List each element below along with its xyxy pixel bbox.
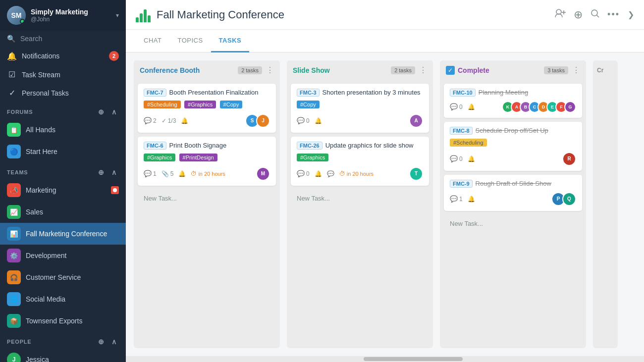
collapse-sidebar-icon[interactable]: ❯: [628, 10, 634, 19]
sidebar-header[interactable]: SM Simply Marketing @John ▾: [0, 0, 126, 31]
search-item[interactable]: 🔍 Search: [0, 31, 126, 47]
tag-graphics3[interactable]: #Graphics: [297, 154, 328, 161]
comment-count-fmc6: 💬 1: [144, 170, 157, 177]
task-card-fmc8: FMC-8 Schedule Drop off/Set Up #Scheduli…: [444, 122, 582, 171]
collapse-forums-button[interactable]: ∧: [109, 107, 119, 117]
townsend-icon: 📦: [7, 314, 21, 328]
sidebar-item-townsend[interactable]: 📦 Townsend Exports: [0, 310, 126, 332]
add-person-button[interactable]: ⊕: [96, 337, 106, 347]
bell-icon3: 🔔: [315, 117, 322, 124]
task-card-fmc26: FMC-26 Update graphics for slide show #G…: [291, 137, 429, 186]
chat-fmc26: 💬: [327, 170, 334, 177]
tag-graphics[interactable]: #Graphics: [184, 101, 216, 108]
col-menu-slide-show[interactable]: ⋮: [419, 65, 427, 75]
task-tags-fmc26: #Graphics: [297, 153, 423, 163]
bell-icon6: 🔔: [468, 155, 475, 162]
more-options-icon[interactable]: •••: [607, 9, 620, 20]
jessica-label: Jessica: [26, 356, 119, 362]
task-stream-item[interactable]: ☑ Task Stream: [0, 65, 126, 84]
col-title-complete: Complete: [458, 66, 544, 74]
add-icon[interactable]: ⊕: [574, 8, 583, 21]
all-hands-label: All Hands: [26, 126, 119, 134]
social-media-icon: 🌐: [7, 292, 21, 306]
notifications-item[interactable]: 🔔 Notifications 2: [0, 47, 126, 65]
bell-fmc3: 🔔: [315, 117, 322, 124]
comment-icon6: 💬: [450, 155, 458, 162]
col-menu-conference-booth[interactable]: ⋮: [266, 65, 274, 75]
add-team-button[interactable]: ⊕: [96, 167, 106, 177]
sidebar: SM Simply Marketing @John ▾ 🔍 Search 🔔 N…: [0, 0, 126, 362]
townsend-label: Townsend Exports: [26, 317, 119, 325]
tag-graphics2[interactable]: #Graphics: [144, 154, 175, 161]
sidebar-item-social-media[interactable]: 🌐 Social Media: [0, 288, 126, 310]
all-hands-icon: 📋: [7, 123, 21, 137]
notifications-badge: 2: [109, 51, 119, 61]
new-task-complete[interactable]: New Task...: [444, 215, 582, 232]
horizontal-scrollbar[interactable]: [126, 356, 644, 362]
teams-section-header: TEAMS ⊕ ∧: [0, 162, 126, 179]
svg-line-2: [597, 15, 599, 18]
task-id-fmc6: FMC-6: [144, 142, 166, 150]
sidebar-item-fall-marketing[interactable]: 📊 Fall Marketing Conference: [0, 223, 126, 245]
task-stream-label: Task Stream: [22, 71, 119, 79]
bar2: [140, 13, 143, 22]
col-header-complete: ✓ Complete 3 tasks ⋮: [440, 60, 586, 80]
add-member-icon[interactable]: [555, 9, 566, 20]
tab-chat[interactable]: CHAT: [136, 30, 169, 52]
tag-copy[interactable]: #Copy: [220, 101, 243, 108]
fall-marketing-icon: 📊: [7, 227, 21, 241]
sidebar-item-development[interactable]: ⚙️ Development: [0, 245, 126, 266]
people-label: PEOPLE: [7, 339, 96, 345]
sidebar-item-sales[interactable]: 📈 Sales: [0, 201, 126, 223]
tag-copy2[interactable]: #Copy: [297, 101, 320, 108]
col-title-conference-booth: Conference Booth: [140, 66, 238, 74]
sidebar-item-customer-service[interactable]: 🎧 Customer Service: [0, 266, 126, 288]
col-count-conference-booth: 2 tasks: [238, 66, 262, 74]
development-icon: ⚙️: [7, 249, 21, 262]
personal-tasks-item[interactable]: ✓ Personal Tasks: [0, 84, 126, 102]
col-title-slide-show: Slide Show: [293, 66, 391, 74]
add-forum-button[interactable]: ⊕: [96, 107, 106, 117]
avatars-fmc7: S J: [248, 114, 270, 128]
bar1: [136, 17, 139, 22]
new-task-conference-booth[interactable]: New Task...: [138, 190, 276, 207]
col-menu-complete[interactable]: ⋮: [572, 65, 580, 75]
comment-icon5: 💬: [450, 103, 458, 110]
search-icon[interactable]: [590, 9, 599, 20]
tag-scheduling[interactable]: #Scheduling: [144, 101, 181, 108]
task-title-fmc6: Print Booth Signage: [169, 142, 227, 150]
avatars-fmc8: R: [565, 152, 576, 166]
clock-icon: ⏱: [191, 170, 197, 177]
avatars-fmc9: P Q: [554, 192, 576, 206]
col-header-slide-show: Slide Show 2 tasks ⋮: [287, 60, 433, 80]
forums-section-header: FORUMS ⊕ ∧: [0, 102, 126, 119]
sidebar-item-all-hands[interactable]: 📋 All Hands: [0, 119, 126, 141]
tag-scheduling2[interactable]: #Scheduling: [450, 139, 487, 147]
social-media-label: Social Media: [26, 295, 119, 303]
tab-tasks[interactable]: TASKS: [211, 30, 250, 52]
sidebar-item-marketing[interactable]: 📣 Marketing: [0, 179, 126, 201]
avatar-m: M: [256, 167, 270, 181]
bell-fmc10: 🔔: [468, 103, 475, 110]
tag-printdesign[interactable]: #PrintDesign: [179, 154, 217, 161]
avatar-j: J: [256, 114, 270, 128]
collapse-people-button[interactable]: ∧: [109, 337, 119, 347]
paperclip-icon: 📎: [161, 170, 169, 177]
collapse-teams-button[interactable]: ∧: [109, 167, 119, 177]
task-tags-fmc3: #Copy: [297, 100, 423, 110]
task-title-fmc10: Planning Meeting: [479, 89, 528, 97]
sidebar-item-start-here[interactable]: 🔵 Start Here: [0, 141, 126, 162]
comment-icon4: 💬: [297, 170, 305, 177]
sidebar-item-jessica[interactable]: J Jessica: [0, 349, 126, 362]
sales-icon: 📈: [7, 205, 21, 219]
username: @John: [31, 16, 116, 23]
tab-topics[interactable]: TOPICS: [169, 30, 211, 52]
column-slide-show: Slide Show 2 tasks ⋮ FMC-3 Shorten prese…: [287, 60, 433, 348]
tabs: CHAT TOPICS TASKS: [126, 30, 644, 52]
personal-tasks-label: Personal Tasks: [22, 89, 119, 97]
notifications-label: Notifications: [22, 52, 109, 60]
marketing-badge: [111, 186, 119, 194]
bell-fmc9: 🔔: [468, 196, 475, 203]
task-tags-fmc8: #Scheduling: [450, 138, 576, 148]
new-task-slide-show[interactable]: New Task...: [291, 190, 429, 207]
